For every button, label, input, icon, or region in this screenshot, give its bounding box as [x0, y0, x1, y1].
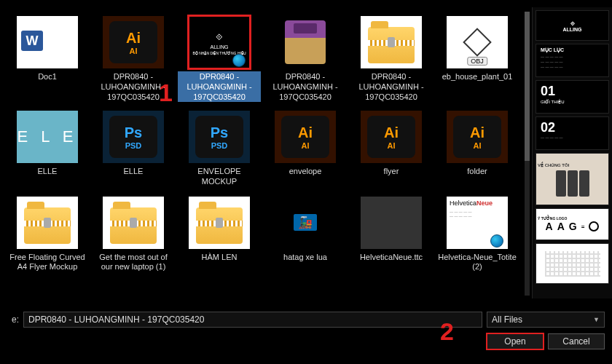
file-item[interactable]: 🚂hatag xe lua [262, 194, 348, 277]
file-label: DPR0840 - LUHOANGMINH - 197QC035420 [92, 71, 175, 102]
file-item[interactable]: AiAIDPR0840 - LUHOANGMINH - 197QC035420 [90, 13, 176, 105]
preview-aag-a2: A [557, 221, 565, 232]
filename-input[interactable] [23, 312, 482, 328]
file-item[interactable]: HÀM LEN [176, 194, 262, 277]
file-item[interactable]: E L EELLE [4, 108, 90, 191]
scrollbar-thumb[interactable] [525, 12, 530, 161]
preview-toc-title: MỤC LỤC [541, 47, 564, 53]
file-thumbnail: E L E [17, 111, 78, 163]
file-label: DPR0840 - LUHOANGMINH - 197QC035420 [350, 71, 433, 102]
file-thumbnail [17, 16, 78, 68]
file-item[interactable]: OBJeb_house_plant_01 [434, 13, 520, 105]
preview-sec01-sub: GIỚI THIỆU [541, 99, 565, 104]
file-thumbnail [361, 197, 422, 249]
file-label: Doc1 [36, 71, 59, 83]
file-item[interactable]: Free Floating Curved A4 Flyer Mockup [4, 194, 90, 277]
chevron-down-icon: ▼ [593, 316, 600, 323]
preview-page-1: ⟐ ALLING [536, 10, 609, 41]
file-thumbnail [361, 16, 422, 68]
file-thumbnail: AiAI [447, 111, 508, 163]
file-grid[interactable]: Doc1AiAIDPR0840 - LUHOANGMINH - 197QC035… [0, 7, 532, 298]
file-label: Helvetica-Neue_Totite (2) [436, 252, 519, 274]
edge-icon [490, 234, 503, 248]
file-thumbnail: AiAI [103, 16, 164, 68]
file-item[interactable]: AiAIenvelope [262, 108, 348, 191]
dialog-footer: e: All Files ▼ Open Cancel [0, 307, 612, 364]
main-area: Doc1AiAIDPR0840 - LUHOANGMINH - 197QC035… [0, 0, 612, 298]
file-item[interactable]: AiAIfolder [434, 108, 520, 191]
preview-page-3: 01 GIỚI THIỆU [536, 80, 609, 114]
preview-page-6: Ý TƯỞNG LOGO A A G = [536, 208, 609, 240]
file-thumbnail: PsPSD [103, 111, 164, 163]
file-item[interactable]: Doc1 [4, 13, 90, 105]
file-thumbnail: OBJ [447, 16, 508, 68]
file-thumbnail [189, 197, 250, 249]
file-label: envelope [287, 166, 324, 178]
file-item[interactable]: HelveticaNeue— — — — —— — — — —Helvetica… [434, 194, 520, 277]
file-label: DPR0840 - LUHOANGMINH - 197QC035420 [178, 71, 261, 102]
preview-page-7 [536, 243, 609, 284]
preview-aag-g: G [569, 221, 577, 232]
preview-aag-a: A [546, 221, 553, 232]
file-open-dialog: Doc1AiAIDPR0840 - LUHOANGMINH - 197QC035… [0, 0, 612, 364]
file-label: hatag xe lua [281, 252, 329, 264]
file-label: eb_house_plant_01 [440, 71, 515, 83]
filetype-selected-label: All Files [492, 314, 522, 325]
file-thumbnail: AiAI [361, 111, 422, 163]
edge-icon [232, 54, 246, 67]
preview-logo-text: ALLING [562, 27, 581, 32]
scrollbar[interactable] [525, 12, 530, 296]
file-thumbnail [103, 197, 164, 249]
preview-sec02-num: 02 [541, 120, 555, 135]
file-label: DPR0840 - LUHOANGMINH - 197QC035420 [264, 71, 347, 102]
preview-sec01-num: 01 [541, 84, 555, 99]
cancel-button[interactable]: Cancel [548, 333, 605, 349]
file-thumbnail [275, 16, 336, 68]
button-row: Open Cancel [7, 333, 605, 349]
file-label: Get the most out of our new laptop (1) [92, 252, 175, 274]
file-thumbnail: HelveticaNeue— — — — —— — — — — [447, 197, 508, 249]
file-thumbnail: AiAI [275, 111, 336, 163]
filename-label: e: [7, 314, 19, 325]
file-item[interactable]: PsPSDENVELOPE MOCKUP [176, 108, 262, 191]
file-label: HÀM LEN [200, 252, 240, 264]
file-item[interactable]: Get the most out of our new laptop (1) [90, 194, 176, 277]
file-item[interactable]: AiAIflyer [348, 108, 434, 191]
file-item[interactable]: DPR0840 - LUHOANGMINH - 197QC035420 [262, 13, 348, 105]
file-label: Free Floating Curved A4 Flyer Mockup [6, 252, 89, 274]
file-label: ELLE [36, 166, 60, 178]
file-item[interactable]: HelveticaNeue.ttc [348, 194, 434, 277]
open-button[interactable]: Open [487, 333, 544, 349]
preview-pane: ⟐ ALLING MỤC LỤC — — — — —— — — — —— — —… [532, 7, 612, 298]
file-label: ELLE [122, 166, 146, 178]
preview-page-5: VỀ CHÚNG TÔI [536, 153, 609, 205]
filename-row: e: All Files ▼ [7, 312, 605, 328]
file-label: HelveticaNeue.ttc [358, 252, 425, 264]
file-item[interactable]: DPR0840 - LUHOANGMINH - 197QC035420 [348, 13, 434, 105]
preview-page-2: MỤC LỤC — — — — —— — — — —— — — — — [536, 44, 609, 77]
file-item[interactable]: PsPSDELLE [90, 108, 176, 191]
file-thumbnail: PsPSD [189, 111, 250, 163]
file-thumbnail [17, 197, 78, 249]
file-thumbnail: ⟐ALLINGBỘ NHẬN DIỆN THƯƠNG HIỆU [189, 16, 250, 68]
preview-logo-mark: ⟐ [570, 19, 575, 27]
file-label: folder [465, 166, 490, 178]
file-item[interactable]: ⟐ALLINGBỘ NHẬN DIỆN THƯƠNG HIỆUDPR0840 -… [176, 13, 262, 105]
filetype-select[interactable]: All Files ▼ [487, 312, 605, 328]
file-label: flyer [382, 166, 401, 178]
file-thumbnail: 🚂 [275, 197, 336, 249]
file-label: ENVELOPE MOCKUP [178, 166, 261, 188]
preview-page-4: 02 — — — — — [536, 116, 609, 150]
